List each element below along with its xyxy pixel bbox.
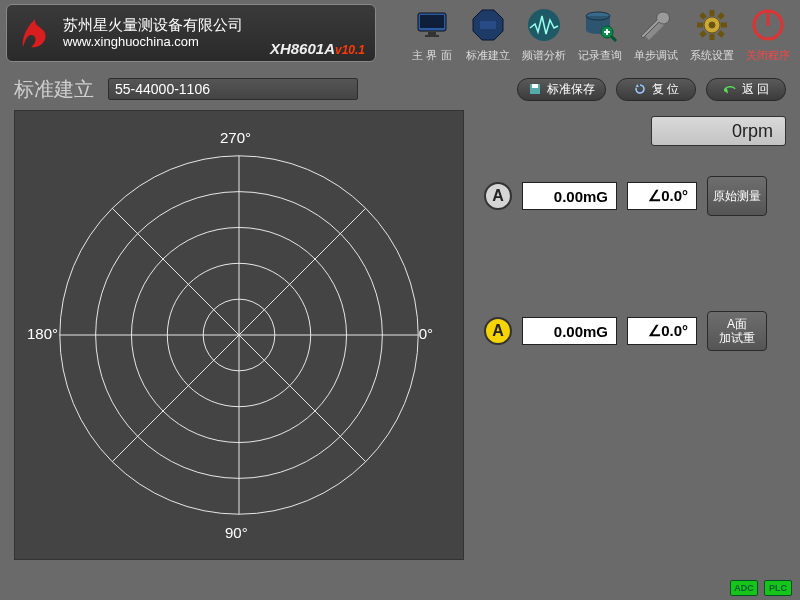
svg-rect-3 xyxy=(425,35,439,37)
nav-stepdebug[interactable]: 单步调试 xyxy=(630,4,682,64)
main-nav: 主 界 面 标准建立 频谱分析 记录查询 单步调试 xyxy=(376,4,794,64)
company-name: 苏州星火量测设备有限公司 xyxy=(63,16,367,35)
plane-badge-a-yellow: A xyxy=(484,317,512,345)
status-bar: ADC PLC xyxy=(730,580,792,596)
svg-line-22 xyxy=(701,32,705,36)
svg-marker-27 xyxy=(636,84,639,87)
spectrum-icon xyxy=(523,4,565,46)
polar-panel: 0° 90° 180° 270° xyxy=(14,110,464,560)
back-button[interactable]: 返 回 xyxy=(706,78,786,101)
page-title: 标准建立 xyxy=(14,76,94,103)
status-adc: ADC xyxy=(730,580,758,596)
brand-box: 苏州星火量测设备有限公司 www.xinghuochina.com XH8601… xyxy=(6,4,376,62)
monitor-icon xyxy=(411,4,453,46)
model-label: XH8601Av10.1 xyxy=(270,40,365,57)
save-icon xyxy=(528,82,542,96)
magnitude-a1: 0.00mG xyxy=(522,182,617,210)
octagon-icon xyxy=(467,4,509,46)
axis-label-0: 0° xyxy=(419,325,433,342)
subheader: 标准建立 55-44000-1106 标准保存 复 位 返 回 xyxy=(0,72,800,106)
save-standard-button[interactable]: 标准保存 xyxy=(517,78,606,101)
reset-button[interactable]: 复 位 xyxy=(616,78,696,101)
refresh-icon xyxy=(633,82,647,96)
reading-row-trial: A 0.00mG ∠0.0° A面 加试重 xyxy=(484,311,786,351)
rpm-display: 0rpm xyxy=(651,116,786,146)
svg-point-14 xyxy=(709,22,715,28)
plane-badge-a-grey: A xyxy=(484,182,512,210)
nav-home[interactable]: 主 界 面 xyxy=(406,4,458,64)
nav-spectrum[interactable]: 频谱分析 xyxy=(518,4,570,64)
nav-standard[interactable]: 标准建立 xyxy=(462,4,514,64)
svg-line-10 xyxy=(611,36,616,41)
standard-id-field[interactable]: 55-44000-1106 xyxy=(108,78,358,100)
svg-rect-1 xyxy=(420,15,444,28)
status-plc: PLC xyxy=(764,580,792,596)
reading-row-original: A 0.00mG ∠0.0° 原始测量 xyxy=(484,176,786,216)
readings-panel: 0rpm A 0.00mG ∠0.0° 原始测量 A 0.00mG ∠0.0° … xyxy=(484,110,786,560)
axis-label-180: 180° xyxy=(27,325,58,342)
back-arrow-icon xyxy=(723,82,737,96)
magnitude-a2: 0.00mG xyxy=(522,317,617,345)
app-header: 苏州星火量测设备有限公司 www.xinghuochina.com XH8601… xyxy=(0,0,800,72)
tools-icon xyxy=(635,4,677,46)
power-icon xyxy=(747,4,789,46)
gear-icon xyxy=(691,4,733,46)
axis-label-270: 270° xyxy=(220,129,251,146)
database-search-icon xyxy=(579,4,621,46)
axis-label-90: 90° xyxy=(225,524,248,541)
svg-line-19 xyxy=(701,14,705,18)
original-measure-button[interactable]: 原始测量 xyxy=(707,176,767,216)
svg-rect-2 xyxy=(428,32,436,35)
main-area: 0° 90° 180° 270° 0rpm A 0.00mG ∠0.0° 原始测… xyxy=(0,106,800,560)
svg-rect-26 xyxy=(532,84,538,88)
polar-chart: 0° 90° 180° 270° xyxy=(14,110,464,560)
svg-rect-5 xyxy=(480,21,496,29)
company-logo-icon xyxy=(15,13,55,53)
nav-records[interactable]: 记录查询 xyxy=(574,4,626,64)
nav-close[interactable]: 关闭程序 xyxy=(742,4,794,64)
svg-line-20 xyxy=(719,32,723,36)
svg-line-21 xyxy=(719,14,723,18)
add-trial-weight-button[interactable]: A面 加试重 xyxy=(707,311,767,351)
angle-a1: ∠0.0° xyxy=(627,182,697,210)
nav-settings[interactable]: 系统设置 xyxy=(686,4,738,64)
angle-a2: ∠0.0° xyxy=(627,317,697,345)
